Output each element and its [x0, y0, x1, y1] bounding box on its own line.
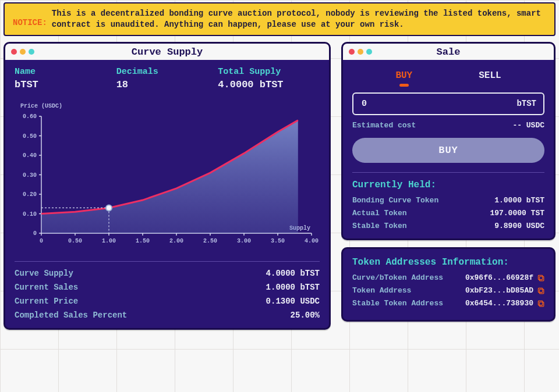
- svg-text:0: 0: [33, 230, 37, 237]
- stat-value: 1.0000 bTST: [266, 283, 320, 292]
- prop-label: Name: [15, 67, 116, 77]
- prop-name: Name bTST: [15, 67, 116, 90]
- stat-label: Completed Sales Percent: [15, 311, 127, 320]
- window-title: Sale: [349, 47, 548, 58]
- copy-icon[interactable]: [537, 300, 544, 307]
- address-row: Stable Token Address0x6454...738930: [352, 299, 544, 308]
- held-label: Stable Token: [352, 222, 407, 230]
- svg-text:0.30: 0.30: [23, 172, 37, 178]
- curve-supply-window: Curve Supply Name bTST Decimals 18 Total…: [3, 42, 331, 330]
- addresses-title: Token Addresses Information:: [352, 257, 544, 268]
- minimize-icon[interactable]: [20, 49, 26, 55]
- traffic-lights: [11, 49, 34, 55]
- copy-icon[interactable]: [537, 274, 544, 281]
- svg-text:0: 0: [40, 238, 43, 244]
- svg-point-37: [106, 205, 112, 211]
- stat-value: 0.1300 USDC: [266, 297, 320, 306]
- svg-text:0.20: 0.20: [23, 191, 37, 198]
- divider-line: [15, 261, 320, 262]
- stat-row: Completed Sales Percent25.00%: [15, 311, 320, 320]
- tab-sell[interactable]: SELL: [477, 70, 502, 85]
- close-icon[interactable]: [349, 49, 355, 55]
- curve-stats: Curve Supply4.0000 bTSTCurrent Sales1.00…: [15, 269, 320, 320]
- address-value: 0x96f6...66928f: [465, 273, 533, 282]
- address-row: Token Address0xbF23...bD85AD: [352, 286, 544, 295]
- prop-label: Total Supply: [218, 67, 320, 77]
- addresses-window: Token Addresses Information: Curve/bToke…: [341, 247, 556, 322]
- prop-label: Decimals: [116, 67, 218, 77]
- held-row: Actual Token197.0000 TST: [352, 209, 544, 218]
- address-label: Token Address: [352, 286, 411, 295]
- svg-text:1.00: 1.00: [102, 238, 116, 244]
- stat-row: Current Price0.1300 USDC: [15, 297, 320, 306]
- copy-icon[interactable]: [537, 287, 544, 294]
- notice-banner: NOTICE: This is a decentralized bonding …: [3, 2, 556, 36]
- held-list: Bonding Curve Token1.0000 bTSTActual Tok…: [352, 196, 544, 230]
- zoom-icon[interactable]: [366, 49, 372, 55]
- prop-value: 18: [116, 79, 218, 90]
- addresses-list: Curve/bToken Address0x96f6...66928fToken…: [352, 273, 544, 308]
- svg-rect-39: [539, 276, 543, 280]
- stat-value: 4.0000 bTST: [266, 269, 320, 278]
- notice-tag: NOTICE:: [13, 8, 47, 28]
- svg-text:0.40: 0.40: [23, 152, 37, 159]
- stat-row: Curve Supply4.0000 bTST: [15, 269, 320, 278]
- svg-text:0.50: 0.50: [23, 133, 37, 139]
- svg-text:3.00: 3.00: [237, 238, 251, 244]
- estimated-cost-value: -- USDC: [512, 121, 544, 130]
- zoom-icon[interactable]: [29, 49, 34, 55]
- prop-value: bTST: [15, 79, 116, 90]
- address-row: Curve/bToken Address0x96f6...66928f: [352, 273, 544, 282]
- address-value: 0xbF23...bD85AD: [465, 286, 533, 295]
- notice-text: This is a decentralized bonding curve au…: [52, 8, 546, 30]
- buy-button[interactable]: BUY: [352, 138, 544, 163]
- y-axis-title: Price (USDC): [15, 103, 320, 109]
- traffic-lights: [349, 49, 372, 55]
- held-label: Actual Token: [352, 209, 407, 218]
- minimize-icon[interactable]: [358, 49, 363, 55]
- close-icon[interactable]: [11, 49, 17, 55]
- stat-label: Curve Supply: [15, 269, 73, 278]
- chart-svg: 00.100.200.300.400.500.6000.501.001.502.…: [15, 113, 320, 250]
- svg-rect-38: [538, 275, 542, 279]
- svg-text:0.10: 0.10: [23, 211, 37, 217]
- held-label: Bonding Curve Token: [352, 196, 438, 205]
- prop-decimals: Decimals 18: [116, 67, 218, 90]
- prop-total-supply: Total Supply 4.0000 bTST: [218, 67, 320, 90]
- sale-window: Sale BUY SELL bTST Estimated cost -- USD…: [341, 42, 556, 240]
- amount-input-box[interactable]: bTST: [352, 92, 544, 115]
- svg-text:1.50: 1.50: [136, 238, 150, 244]
- address-value: 0x6454...738930: [465, 299, 533, 308]
- window-title: Curve Supply: [11, 47, 323, 58]
- address-label: Curve/bToken Address: [352, 273, 443, 282]
- window-titlebar: Sale: [343, 44, 554, 60]
- svg-text:2.50: 2.50: [203, 238, 217, 244]
- stat-row: Current Sales1.0000 bTST: [15, 283, 320, 292]
- window-titlebar: Curve Supply: [5, 44, 329, 60]
- svg-text:2.00: 2.00: [169, 238, 183, 244]
- svg-text:0.50: 0.50: [68, 238, 82, 244]
- held-title: Currently Held:: [352, 180, 544, 190]
- bonding-curve-chart: Price (USDC) 00.100.200.300.400.500.6000…: [15, 103, 320, 250]
- stat-value: 25.00%: [291, 311, 320, 320]
- buy-sell-tabs: BUY SELL: [352, 67, 544, 87]
- svg-text:4.00: 4.00: [305, 238, 319, 244]
- tab-buy[interactable]: BUY: [394, 70, 413, 85]
- prop-value: 4.0000 bTST: [218, 79, 320, 90]
- svg-rect-42: [538, 301, 542, 305]
- stat-label: Current Sales: [15, 283, 78, 292]
- stat-label: Current Price: [15, 297, 78, 306]
- estimated-cost-row: Estimated cost -- USDC: [352, 121, 544, 130]
- token-props: Name bTST Decimals 18 Total Supply 4.000…: [15, 67, 320, 90]
- svg-rect-40: [538, 288, 542, 292]
- held-row: Bonding Curve Token1.0000 bTST: [352, 196, 544, 205]
- held-value: 197.0000 TST: [490, 209, 544, 218]
- svg-rect-41: [539, 289, 543, 293]
- svg-text:0.60: 0.60: [23, 113, 37, 120]
- held-row: Stable Token9.8900 USDC: [352, 222, 544, 230]
- address-label: Stable Token Address: [352, 299, 443, 308]
- amount-unit: bTST: [516, 99, 536, 108]
- svg-text:3.50: 3.50: [271, 238, 285, 244]
- estimated-cost-label: Estimated cost: [352, 121, 416, 130]
- amount-input[interactable]: [360, 98, 466, 109]
